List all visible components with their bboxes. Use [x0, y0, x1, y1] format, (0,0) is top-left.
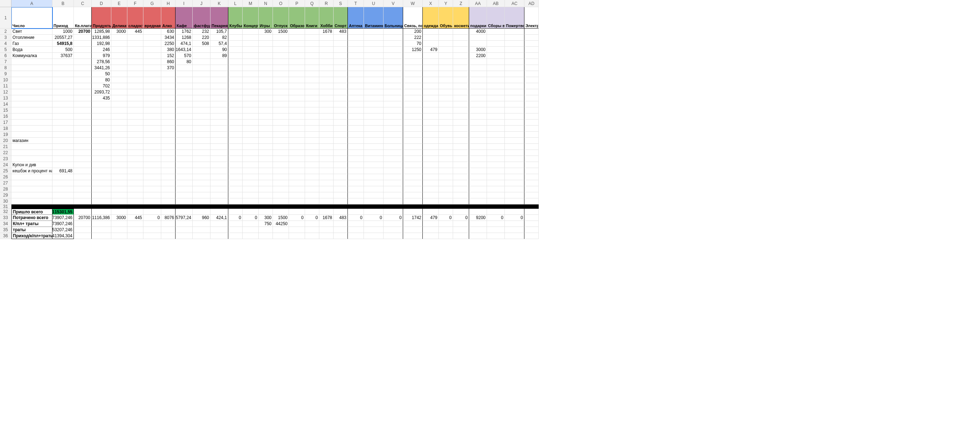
cell-O28[interactable]	[273, 186, 289, 192]
cell-C26[interactable]	[74, 174, 92, 180]
cell-AD29[interactable]	[524, 192, 539, 198]
cell-AB25[interactable]	[487, 168, 505, 174]
cell-H27[interactable]	[161, 180, 175, 186]
cell-L29[interactable]	[228, 192, 243, 198]
cell-J17[interactable]	[192, 119, 210, 126]
cell-I2[interactable]: 1762	[175, 29, 192, 35]
cell-L13[interactable]	[228, 95, 243, 101]
cell-J10[interactable]	[192, 77, 210, 83]
cell-F17[interactable]	[127, 119, 143, 126]
cell-AA17[interactable]	[469, 119, 487, 126]
column-header-L[interactable]: L	[228, 0, 243, 7]
cell-E18[interactable]	[111, 126, 127, 132]
cell-B21[interactable]	[52, 144, 74, 150]
cell-AB12[interactable]	[487, 89, 505, 95]
cell-G22[interactable]	[143, 150, 161, 156]
cell-P11[interactable]	[289, 83, 305, 89]
cell-AA30[interactable]	[469, 198, 487, 204]
cell-P25[interactable]	[289, 168, 305, 174]
cell-T3[interactable]	[348, 35, 364, 41]
cell-Q31[interactable]	[305, 204, 319, 209]
cell-AA31[interactable]	[469, 204, 487, 209]
cell-V36[interactable]	[383, 233, 403, 239]
cell-Q8[interactable]	[305, 65, 319, 71]
cell-AD5[interactable]	[524, 47, 539, 53]
cell-G8[interactable]	[143, 65, 161, 71]
category-header-X[interactable]: одежда	[423, 7, 439, 29]
cell-AD8[interactable]	[524, 65, 539, 71]
column-header-S[interactable]: S	[334, 0, 348, 7]
cell-G25[interactable]	[143, 168, 161, 174]
cell-Z12[interactable]	[453, 89, 469, 95]
cell-F3[interactable]	[127, 35, 143, 41]
cell-AA19[interactable]	[469, 132, 487, 138]
cell-U6[interactable]	[364, 53, 383, 59]
cell-N5[interactable]	[259, 47, 273, 53]
cell-E12[interactable]	[111, 89, 127, 95]
cell-W11[interactable]	[403, 83, 423, 89]
cell-C36[interactable]	[74, 233, 92, 239]
cell-H23[interactable]	[161, 156, 175, 162]
cell-Q30[interactable]	[305, 198, 319, 204]
cell-R2[interactable]: 1678	[319, 29, 334, 35]
cell-K28[interactable]	[210, 186, 228, 192]
cell-P22[interactable]	[289, 150, 305, 156]
cell-C12[interactable]	[74, 89, 92, 95]
cell-J20[interactable]	[192, 138, 210, 144]
cell-E26[interactable]	[111, 174, 127, 180]
cell-A13[interactable]	[11, 95, 52, 101]
cell-P10[interactable]	[289, 77, 305, 83]
cell-X9[interactable]	[423, 71, 439, 77]
cell-X23[interactable]	[423, 156, 439, 162]
cell-T35[interactable]	[348, 227, 364, 233]
cell-R29[interactable]	[319, 192, 334, 198]
cell-C23[interactable]	[74, 156, 92, 162]
cell-D31[interactable]	[92, 204, 111, 209]
cell-M34[interactable]	[243, 221, 259, 227]
cell-Y33[interactable]: 0	[439, 215, 453, 221]
cell-C8[interactable]	[74, 65, 92, 71]
cell-P9[interactable]	[289, 71, 305, 77]
column-header-Q[interactable]: Q	[305, 0, 319, 7]
cell-AC27[interactable]	[505, 180, 524, 186]
cell-K18[interactable]	[210, 126, 228, 132]
cell-U20[interactable]	[364, 138, 383, 144]
cell-G36[interactable]	[143, 233, 161, 239]
column-header-M[interactable]: M	[243, 0, 259, 7]
cell-F15[interactable]	[127, 107, 143, 113]
cell-M21[interactable]	[243, 144, 259, 150]
category-header-AB[interactable]: Сборы в офисе	[487, 7, 505, 29]
category-header-K[interactable]: Пекарня	[210, 7, 228, 29]
cell-W35[interactable]	[403, 227, 423, 233]
cell-AC26[interactable]	[505, 174, 524, 180]
cell-J2[interactable]: 232	[192, 29, 210, 35]
cell-I26[interactable]	[175, 174, 192, 180]
cell-O34[interactable]: 44250	[273, 221, 289, 227]
cell-A25[interactable]: кешбэк и процент на	[11, 168, 52, 174]
cell-E29[interactable]	[111, 192, 127, 198]
cell-W13[interactable]	[403, 95, 423, 101]
cell-S2[interactable]: 483	[334, 29, 348, 35]
cell-F26[interactable]	[127, 174, 143, 180]
cell-V8[interactable]	[383, 65, 403, 71]
cell-Y20[interactable]	[439, 138, 453, 144]
cell-R7[interactable]	[319, 59, 334, 65]
cell-D16[interactable]	[92, 113, 111, 119]
cell-D22[interactable]	[92, 150, 111, 156]
cell-E16[interactable]	[111, 113, 127, 119]
cell-S20[interactable]	[334, 138, 348, 144]
cell-U26[interactable]	[364, 174, 383, 180]
category-header-Q[interactable]: Книги	[305, 7, 319, 29]
cell-T13[interactable]	[348, 95, 364, 101]
cell-V5[interactable]	[383, 47, 403, 53]
cell-M15[interactable]	[243, 107, 259, 113]
cell-Y19[interactable]	[439, 132, 453, 138]
cell-H35[interactable]	[161, 227, 175, 233]
cell-AD12[interactable]	[524, 89, 539, 95]
cell-AC25[interactable]	[505, 168, 524, 174]
cell-R6[interactable]	[319, 53, 334, 59]
cell-M17[interactable]	[243, 119, 259, 126]
cell-N24[interactable]	[259, 162, 273, 168]
cell-X28[interactable]	[423, 186, 439, 192]
cell-Z23[interactable]	[453, 156, 469, 162]
